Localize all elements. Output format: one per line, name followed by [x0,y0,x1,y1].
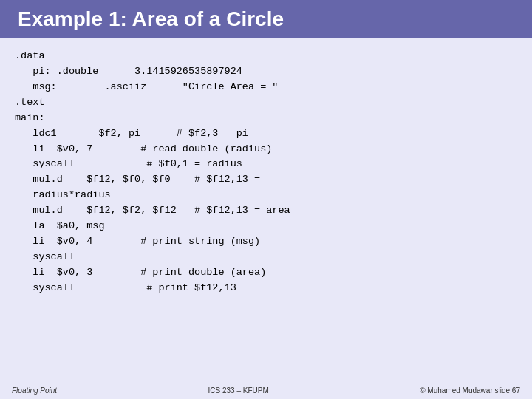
code-content: .data pi: .double 3.1415926535897924 msg… [0,46,532,299]
code-line-11: mul.d $f12, $f2, $f12 # $f12,13 = area [15,203,517,219]
code-line-6: ldc1 $f2, pi # $f2,3 = pi [15,126,517,142]
code-line-8: syscall # $f0,1 = radius [15,157,517,172]
code-line-7: li $v0, 7 # read double (radius) [15,142,517,157]
code-line-3: msg: .asciiz "Circle Area = " [15,80,517,95]
code-line-1: .data [15,49,517,64]
code-line-5: main: [15,111,517,126]
title-bar: Example 1: Area of a Circle [0,0,532,38]
code-line-14: syscall [15,250,517,265]
slide-title: Example 1: Area of a Circle [18,7,284,30]
code-line-2: pi: .double 3.1415926535897924 [15,64,517,80]
code-line-9: mul.d $f12, $f0, $f0 # $f12,13 = [15,172,517,188]
footer: Floating Point ICS 233 – KFUPM © Muhamed… [0,386,532,395]
code-line-16: syscall # print $f12,13 [15,281,517,296]
code-line-13: li $v0, 4 # print string (msg) [15,234,517,250]
footer-right: © Muhamed Mudawar slide 67 [420,386,520,395]
code-line-15: li $v0, 3 # print double (area) [15,265,517,281]
code-line-10: radius*radius [15,188,517,203]
code-line-12: la $a0, msg [15,219,517,234]
code-line-4: .text [15,95,517,111]
footer-center: ICS 233 – KFUPM [208,386,269,395]
slide: Example 1: Area of a Circle .data pi: .d… [0,0,532,399]
footer-left: Floating Point [12,386,57,395]
